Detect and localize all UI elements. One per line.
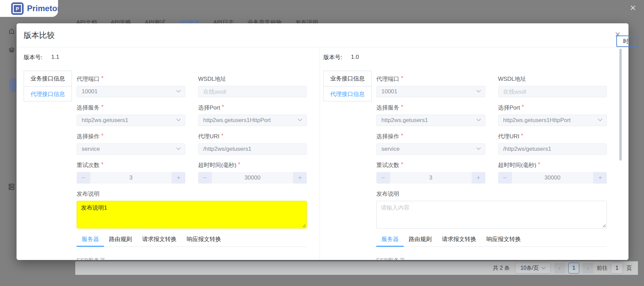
timeout-value[interactable]: 30000 bbox=[512, 172, 594, 184]
interface-side-tabs: 业务接口信息 代理接口信息 bbox=[323, 71, 372, 101]
retry-value[interactable]: 3 bbox=[390, 172, 472, 184]
proxy-uri-label: 代理URI bbox=[198, 133, 219, 140]
publish-note-textarea[interactable]: 发布说明1 bbox=[77, 201, 307, 229]
port-label: 选择Port bbox=[198, 104, 220, 112]
tab-response-transform[interactable]: 响应报文转换 bbox=[182, 235, 226, 246]
tab-proxy-interface[interactable]: 代理接口信息 bbox=[324, 86, 371, 101]
chevron-down-icon bbox=[476, 147, 481, 150]
service-label: 选择服务 bbox=[77, 104, 100, 112]
app-title: Primeton iPaaS bbox=[27, 4, 58, 13]
tab-server[interactable]: 服务器 bbox=[376, 235, 404, 246]
timeout-label: 超时时间(毫秒) bbox=[498, 161, 536, 169]
tab-route-rules[interactable]: 路由规则 bbox=[104, 235, 137, 246]
dialog-header: 版本比较 × bbox=[17, 23, 628, 47]
operation-select[interactable]: service bbox=[77, 143, 185, 155]
chevron-down-icon bbox=[176, 147, 181, 150]
proxy-port-select[interactable]: 10001 bbox=[77, 86, 185, 97]
next-page-button[interactable]: › bbox=[583, 263, 593, 273]
pagination-bar: 共 2 条 10条/页 ‹ 1 › 前往 1 页 bbox=[75, 261, 638, 275]
minus-button[interactable]: − bbox=[198, 172, 212, 184]
dialog-title: 版本比较 bbox=[24, 30, 55, 41]
tab-server[interactable]: 服务器 bbox=[77, 235, 104, 246]
operation-label: 选择操作 bbox=[376, 133, 399, 140]
port-select[interactable]: http2ws.getusers1HttpPort bbox=[498, 115, 607, 126]
minus-button[interactable]: − bbox=[77, 172, 90, 184]
chevron-down-icon bbox=[176, 90, 181, 93]
plus-button[interactable]: + bbox=[293, 172, 307, 184]
version-compare-dialog: 版本比较 × 版本号: 1.1 业务接口信息 代理接口信息 代理端口* 1000… bbox=[17, 23, 628, 260]
timeout-value[interactable]: 30000 bbox=[212, 172, 293, 184]
proxy-uri-input[interactable]: /http2ws/getusers1 bbox=[198, 143, 307, 155]
detail-tab-bar: 服务器 路由规则 请求报文转换 响应报文转换 bbox=[77, 235, 307, 247]
goto-page-input[interactable]: 1 bbox=[611, 263, 623, 273]
minus-button[interactable]: − bbox=[376, 172, 390, 184]
resize-handle-icon[interactable] bbox=[302, 224, 306, 228]
partial-time-button[interactable]: 时 bbox=[616, 35, 638, 47]
version-row: 版本号: 1.0 bbox=[323, 53, 607, 61]
chevron-down-icon bbox=[476, 118, 481, 121]
page-close-icon[interactable]: × bbox=[630, 3, 636, 13]
goto-label: 前往 bbox=[597, 265, 608, 272]
logo-icon: P bbox=[11, 2, 24, 15]
home-icon[interactable] bbox=[9, 28, 15, 34]
version-panel: 版本号: 1.0 业务接口信息 代理接口信息 代理端口* 10001 bbox=[320, 47, 628, 260]
scrollbar-thumb[interactable] bbox=[619, 49, 622, 161]
tab-proxy-interface[interactable]: 代理接口信息 bbox=[24, 86, 72, 101]
service-select[interactable]: http2ws.getusers1 bbox=[376, 115, 485, 126]
retry-value[interactable]: 3 bbox=[90, 172, 172, 184]
tab-request-transform[interactable]: 请求报文转换 bbox=[137, 235, 182, 246]
timeout-stepper: − 30000 + bbox=[198, 172, 307, 184]
timeout-stepper: − 30000 + bbox=[498, 172, 607, 184]
proxy-uri-label: 代理URI bbox=[498, 133, 519, 140]
wsdl-input[interactable]: 在线wsdl bbox=[198, 86, 307, 97]
esb-server-label: ESB服务器 bbox=[77, 257, 307, 260]
port-label: 选择Port bbox=[498, 104, 520, 112]
proxy-uri-input[interactable]: /http2ws/getusers1 bbox=[498, 143, 607, 155]
plus-button[interactable]: + bbox=[172, 172, 185, 184]
tab-route-rules[interactable]: 路由规则 bbox=[404, 235, 437, 246]
operation-label: 选择操作 bbox=[77, 133, 100, 140]
plus-button[interactable]: + bbox=[593, 172, 607, 184]
prev-page-button[interactable]: ‹ bbox=[554, 263, 565, 273]
chevron-down-icon bbox=[298, 118, 302, 121]
logo-letter: P bbox=[16, 6, 19, 11]
chevron-down-icon bbox=[598, 118, 602, 121]
proxy-port-label: 代理端口 bbox=[376, 75, 399, 83]
proxy-port-label: 代理端口 bbox=[77, 75, 100, 83]
app-logo: P Primeton iPaaS bbox=[0, 0, 58, 17]
operation-select[interactable]: service bbox=[376, 143, 485, 155]
interface-side-tabs: 业务接口信息 代理接口信息 bbox=[24, 71, 72, 101]
publish-note-textarea[interactable]: 请输入内容 bbox=[376, 201, 607, 229]
minus-button[interactable]: − bbox=[498, 172, 512, 184]
version-panel: 版本号: 1.1 业务接口信息 代理接口信息 代理端口* 10001 bbox=[17, 47, 320, 260]
port-select[interactable]: http2ws.getusers1HttpPort bbox=[198, 115, 307, 126]
page-size-select[interactable]: 10条/页 bbox=[515, 263, 551, 273]
detail-tab-bar: 服务器 路由规则 请求报文转换 响应报文转换 bbox=[376, 235, 607, 247]
server-icon[interactable] bbox=[8, 184, 15, 190]
plus-button[interactable]: + bbox=[472, 172, 485, 184]
version-value: 1.0 bbox=[351, 54, 359, 61]
retry-stepper: − 3 + bbox=[376, 172, 485, 184]
service-select[interactable]: http2ws.getusers1 bbox=[77, 115, 185, 126]
wsdl-input[interactable]: 在线wsdl bbox=[498, 86, 607, 97]
retry-stepper: − 3 + bbox=[77, 172, 185, 184]
tab-business-interface[interactable]: 业务接口信息 bbox=[324, 71, 371, 86]
version-label: 版本号: bbox=[24, 53, 43, 61]
wsdl-label: WSDL地址 bbox=[198, 75, 226, 83]
proxy-port-select[interactable]: 10001 bbox=[376, 86, 485, 97]
resize-handle-icon[interactable] bbox=[602, 224, 606, 228]
page-size-label: 10条/页 bbox=[520, 265, 539, 272]
proxy-interface-form: 代理端口* 10001 WSDL地址 在线wsdl 选择服务* bbox=[376, 75, 607, 260]
proxy-interface-form: 代理端口* 10001 WSDL地址 在线wsdl 选择服务* bbox=[77, 75, 307, 260]
tab-business-interface[interactable]: 业务接口信息 bbox=[24, 71, 72, 86]
layers-icon[interactable] bbox=[9, 47, 15, 53]
version-label: 版本号: bbox=[323, 53, 342, 61]
esb-server-label: ESB服务器 bbox=[376, 257, 607, 260]
current-page-button[interactable]: 1 bbox=[568, 263, 579, 273]
modal-body: 版本号: 1.1 业务接口信息 代理接口信息 代理端口* 10001 bbox=[17, 47, 628, 260]
chevron-down-icon bbox=[476, 90, 481, 93]
tab-request-transform[interactable]: 请求报文转换 bbox=[437, 235, 481, 246]
tab-response-transform[interactable]: 响应报文转换 bbox=[481, 235, 526, 246]
chevron-down-icon bbox=[176, 118, 181, 121]
chevron-down-icon bbox=[541, 267, 545, 269]
